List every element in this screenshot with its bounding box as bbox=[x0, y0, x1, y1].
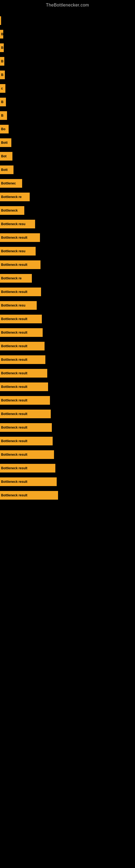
bar: B bbox=[0, 57, 4, 66]
bar-label: Bottleneck result bbox=[1, 317, 27, 321]
bar-label: Bottleneck resu bbox=[1, 222, 26, 226]
bar: Bottleneck result bbox=[0, 410, 51, 418]
bar-label: Bottleneck result bbox=[1, 371, 27, 375]
bar-row: | bbox=[0, 16, 135, 26]
bar-label: B bbox=[1, 32, 3, 36]
bar-label: Bottlenec bbox=[1, 182, 16, 185]
bar: Bot bbox=[0, 152, 12, 161]
bar-row: B bbox=[0, 43, 135, 53]
bar-label: Bottleneck result bbox=[1, 344, 27, 348]
bar-label: B bbox=[1, 100, 3, 104]
bar: Bottleneck result bbox=[0, 355, 45, 364]
bar-row: Bottleneck result bbox=[0, 355, 135, 365]
bar: Bottleneck result bbox=[0, 491, 58, 500]
bar: Bottleneck result bbox=[0, 328, 43, 337]
bar-label: Bottleneck result bbox=[1, 399, 27, 402]
bar-label: c bbox=[1, 87, 3, 90]
bar-row: Bottleneck result bbox=[0, 450, 135, 460]
bar-row: c bbox=[0, 84, 135, 93]
bar-label: Bottleneck re bbox=[1, 195, 21, 199]
bar-label: Bottleneck result bbox=[1, 236, 27, 240]
bar-row: Bottleneck result bbox=[0, 368, 135, 378]
bar-row: Bottleneck resu bbox=[0, 219, 135, 229]
bar-label: B bbox=[1, 46, 3, 50]
bar-label: Bottleneck re bbox=[1, 276, 21, 280]
bar: Bottleneck result bbox=[0, 477, 57, 486]
bar: Bo bbox=[0, 125, 9, 133]
bar: Bottleneck result bbox=[0, 260, 41, 269]
bar-row: Bottleneck result bbox=[0, 287, 135, 297]
bar: B bbox=[0, 30, 3, 38]
bar: Bottleneck result bbox=[0, 233, 40, 242]
bar-row: Bottleneck result bbox=[0, 490, 135, 500]
bar-row: Bottleneck result bbox=[0, 409, 135, 419]
bar-label: Bottleneck result bbox=[1, 412, 27, 416]
bars-container: |BBBBcBBBoBottBotBottBottlenecBottleneck… bbox=[0, 13, 135, 504]
bar-row: B bbox=[0, 29, 135, 39]
bar: Bottleneck bbox=[0, 206, 24, 215]
bar-row: Bottleneck resu bbox=[0, 246, 135, 256]
bar-row: Bott bbox=[0, 165, 135, 175]
bar-row: Bottleneck result bbox=[0, 477, 135, 487]
bar-row: Bottleneck re bbox=[0, 192, 135, 202]
bar-row: Bottleneck result bbox=[0, 260, 135, 270]
bar-row: Bottleneck result bbox=[0, 341, 135, 351]
bar-label: B bbox=[1, 59, 3, 63]
bar-row: Bottleneck result bbox=[0, 396, 135, 405]
bar-row: Bottleneck bbox=[0, 206, 135, 215]
bar-row: B bbox=[0, 97, 135, 107]
bar: Bottleneck result bbox=[0, 464, 55, 472]
bar: Bottleneck re bbox=[0, 274, 32, 283]
bar-row: Bottleneck result bbox=[0, 328, 135, 337]
bar-label: Bottleneck result bbox=[1, 493, 27, 497]
bar-row: Bottleneck result bbox=[0, 314, 135, 324]
bar: Bottleneck resu bbox=[0, 220, 35, 228]
bar: Bottleneck result bbox=[0, 423, 52, 432]
bar: Bottleneck result bbox=[0, 437, 53, 445]
bar-row: Bottleneck re bbox=[0, 273, 135, 283]
bar-row: Bottleneck result bbox=[0, 382, 135, 392]
bar: Bottleneck result bbox=[0, 396, 50, 405]
bar: Bott bbox=[0, 165, 13, 174]
bar: | bbox=[0, 16, 1, 25]
site-title: TheBottlenecker.com bbox=[0, 0, 135, 13]
bar-row: Bottleneck result bbox=[0, 463, 135, 473]
bar: Bottleneck result bbox=[0, 287, 41, 296]
bar-label: Bottleneck result bbox=[1, 263, 27, 267]
bar-label: Bo bbox=[1, 127, 5, 131]
bar-row: Bot bbox=[0, 151, 135, 161]
bar-row: Bott bbox=[0, 138, 135, 148]
bar: Bottleneck result bbox=[0, 382, 48, 391]
bar: Bottleneck re bbox=[0, 193, 30, 201]
bar-label: Bottleneck result bbox=[1, 358, 27, 362]
bar-label: Bottleneck result bbox=[1, 290, 27, 294]
bar: Bottleneck resu bbox=[0, 247, 36, 255]
bar-label: Bottleneck result bbox=[1, 439, 27, 443]
bar: c bbox=[0, 84, 5, 93]
bar-label: B bbox=[1, 73, 3, 77]
bar-label: Bott bbox=[1, 168, 8, 172]
bar-row: B bbox=[0, 70, 135, 80]
bar-label: Bottleneck resu bbox=[1, 304, 26, 307]
bar: B bbox=[0, 70, 5, 79]
bar: B bbox=[0, 43, 4, 52]
bar-label: Bottleneck resu bbox=[1, 249, 26, 253]
bar-label: Bottleneck result bbox=[1, 480, 27, 484]
bar-row: Bottleneck result bbox=[0, 436, 135, 446]
bar: Bottleneck result bbox=[0, 342, 45, 350]
bar-label: Bottleneck result bbox=[1, 453, 27, 457]
bar-row: B bbox=[0, 56, 135, 66]
bar-label: Bottleneck result bbox=[1, 466, 27, 470]
bar: B bbox=[0, 98, 6, 106]
bar: Bottleneck result bbox=[0, 450, 54, 459]
bar: B bbox=[0, 111, 7, 120]
bar-label: Bottleneck bbox=[1, 209, 17, 212]
bar-label: Bot bbox=[1, 154, 6, 158]
bar-label: Bott bbox=[1, 141, 8, 145]
bar-row: Bottleneck result bbox=[0, 423, 135, 432]
bar: Bott bbox=[0, 138, 11, 147]
bar: Bottlenec bbox=[0, 179, 22, 188]
bar-row: Bottleneck resu bbox=[0, 301, 135, 310]
bar-row: Bottlenec bbox=[0, 179, 135, 188]
bar-row: B bbox=[0, 111, 135, 120]
